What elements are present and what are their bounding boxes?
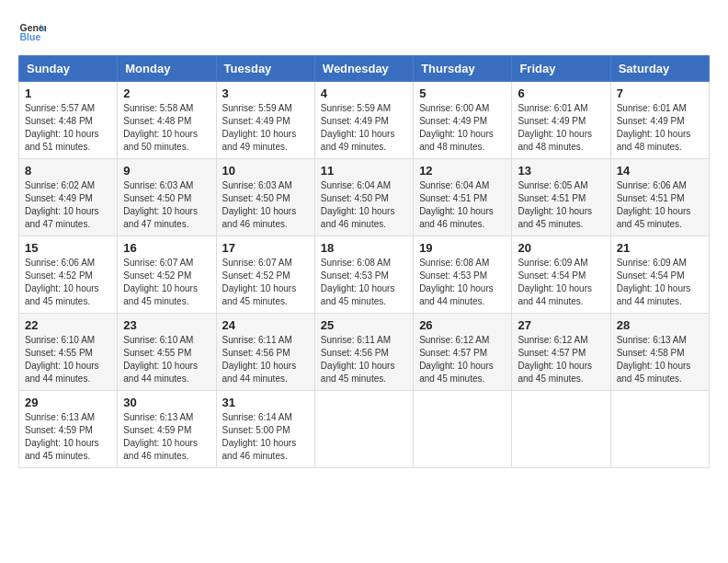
- day-info: Sunrise: 6:06 AMSunset: 4:51 PMDaylight:…: [617, 179, 703, 231]
- day-number: 1: [25, 86, 111, 100]
- svg-text:Blue: Blue: [20, 31, 41, 42]
- day-number: 26: [419, 318, 506, 332]
- empty-cell: [314, 391, 413, 468]
- day-cell-15: 15Sunrise: 6:06 AMSunset: 4:52 PMDayligh…: [19, 236, 118, 314]
- day-info: Sunrise: 5:59 AMSunset: 4:49 PMDaylight:…: [321, 102, 407, 154]
- header-tuesday: Tuesday: [216, 56, 314, 82]
- day-info: Sunrise: 6:07 AMSunset: 4:52 PMDaylight:…: [123, 257, 210, 308]
- day-info: Sunrise: 6:04 AMSunset: 4:50 PMDaylight:…: [321, 179, 407, 231]
- day-cell-12: 12Sunrise: 6:04 AMSunset: 4:51 PMDayligh…: [414, 159, 512, 236]
- day-info: Sunrise: 6:12 AMSunset: 4:57 PMDaylight:…: [419, 334, 506, 385]
- day-number: 22: [25, 318, 111, 332]
- day-cell-5: 5Sunrise: 6:00 AMSunset: 4:49 PMDaylight…: [414, 82, 512, 159]
- day-number: 17: [222, 241, 309, 255]
- day-info: Sunrise: 5:57 AMSunset: 4:48 PMDaylight:…: [25, 102, 111, 154]
- day-info: Sunrise: 6:13 AMSunset: 4:58 PMDaylight:…: [617, 334, 703, 385]
- day-cell-20: 20Sunrise: 6:09 AMSunset: 4:54 PMDayligh…: [512, 236, 610, 314]
- day-number: 24: [222, 318, 309, 332]
- day-number: 7: [617, 86, 703, 100]
- day-number: 18: [321, 241, 407, 255]
- header-saturday: Saturday: [610, 56, 709, 82]
- day-cell-7: 7Sunrise: 6:01 AMSunset: 4:49 PMDaylight…: [610, 82, 709, 159]
- day-info: Sunrise: 5:58 AMSunset: 4:48 PMDaylight:…: [123, 102, 210, 154]
- day-number: 15: [25, 241, 111, 255]
- day-info: Sunrise: 6:08 AMSunset: 4:53 PMDaylight:…: [419, 257, 506, 308]
- day-number: 28: [617, 318, 703, 332]
- day-info: Sunrise: 6:12 AMSunset: 4:57 PMDaylight:…: [518, 334, 604, 385]
- day-number: 23: [123, 318, 210, 332]
- day-cell-11: 11Sunrise: 6:04 AMSunset: 4:50 PMDayligh…: [314, 159, 413, 236]
- day-cell-6: 6Sunrise: 6:01 AMSunset: 4:49 PMDaylight…: [512, 82, 610, 159]
- day-cell-2: 2Sunrise: 5:58 AMSunset: 4:48 PMDaylight…: [118, 82, 216, 159]
- calendar-week-2: 8Sunrise: 6:02 AMSunset: 4:49 PMDaylight…: [19, 159, 710, 236]
- calendar-week-5: 29Sunrise: 6:13 AMSunset: 4:59 PMDayligh…: [19, 391, 710, 468]
- header-sunday: Sunday: [19, 56, 118, 82]
- day-number: 19: [419, 241, 506, 255]
- day-cell-13: 13Sunrise: 6:05 AMSunset: 4:51 PMDayligh…: [512, 159, 610, 236]
- calendar-table: SundayMondayTuesdayWednesdayThursdayFrid…: [18, 55, 710, 468]
- day-cell-8: 8Sunrise: 6:02 AMSunset: 4:49 PMDaylight…: [19, 159, 118, 236]
- header-thursday: Thursday: [414, 56, 512, 82]
- header-monday: Monday: [118, 56, 216, 82]
- day-number: 4: [321, 86, 407, 100]
- day-number: 14: [617, 164, 703, 178]
- day-cell-25: 25Sunrise: 6:11 AMSunset: 4:56 PMDayligh…: [314, 314, 413, 391]
- day-info: Sunrise: 6:00 AMSunset: 4:49 PMDaylight:…: [419, 102, 506, 154]
- empty-cell: [512, 391, 610, 468]
- day-number: 9: [123, 164, 210, 178]
- calendar-week-4: 22Sunrise: 6:10 AMSunset: 4:55 PMDayligh…: [19, 314, 710, 391]
- day-number: 20: [518, 241, 604, 255]
- day-info: Sunrise: 6:10 AMSunset: 4:55 PMDaylight:…: [123, 334, 210, 385]
- day-cell-9: 9Sunrise: 6:03 AMSunset: 4:50 PMDaylight…: [118, 159, 216, 236]
- day-cell-19: 19Sunrise: 6:08 AMSunset: 4:53 PMDayligh…: [414, 236, 512, 314]
- day-cell-26: 26Sunrise: 6:12 AMSunset: 4:57 PMDayligh…: [414, 314, 512, 391]
- page-header: General Blue: [18, 18, 710, 46]
- logo-icon: General Blue: [18, 18, 46, 46]
- day-info: Sunrise: 6:08 AMSunset: 4:53 PMDaylight:…: [321, 257, 407, 308]
- day-cell-28: 28Sunrise: 6:13 AMSunset: 4:58 PMDayligh…: [610, 314, 709, 391]
- empty-cell: [610, 391, 709, 468]
- day-cell-21: 21Sunrise: 6:09 AMSunset: 4:54 PMDayligh…: [610, 236, 709, 314]
- day-number: 2: [123, 86, 210, 100]
- calendar-header-row: SundayMondayTuesdayWednesdayThursdayFrid…: [19, 56, 710, 82]
- day-number: 21: [617, 241, 703, 255]
- day-cell-24: 24Sunrise: 6:11 AMSunset: 4:56 PMDayligh…: [216, 314, 314, 391]
- day-cell-3: 3Sunrise: 5:59 AMSunset: 4:49 PMDaylight…: [216, 82, 314, 159]
- day-cell-29: 29Sunrise: 6:13 AMSunset: 4:59 PMDayligh…: [19, 391, 118, 468]
- day-number: 12: [419, 164, 506, 178]
- day-number: 10: [222, 164, 309, 178]
- day-info: Sunrise: 6:14 AMSunset: 5:00 PMDaylight:…: [222, 411, 309, 463]
- day-number: 29: [25, 396, 111, 409]
- day-number: 3: [222, 86, 309, 100]
- header-wednesday: Wednesday: [314, 56, 413, 82]
- day-info: Sunrise: 6:06 AMSunset: 4:52 PMDaylight:…: [25, 257, 111, 308]
- day-info: Sunrise: 6:07 AMSunset: 4:52 PMDaylight:…: [222, 257, 309, 308]
- day-number: 31: [222, 396, 309, 409]
- day-number: 6: [518, 86, 604, 100]
- day-info: Sunrise: 6:11 AMSunset: 4:56 PMDaylight:…: [222, 334, 309, 385]
- day-info: Sunrise: 6:04 AMSunset: 4:51 PMDaylight:…: [419, 179, 506, 231]
- day-cell-1: 1Sunrise: 5:57 AMSunset: 4:48 PMDaylight…: [19, 82, 118, 159]
- day-cell-4: 4Sunrise: 5:59 AMSunset: 4:49 PMDaylight…: [314, 82, 413, 159]
- day-info: Sunrise: 6:11 AMSunset: 4:56 PMDaylight:…: [321, 334, 407, 385]
- day-info: Sunrise: 6:13 AMSunset: 4:59 PMDaylight:…: [25, 411, 111, 463]
- day-cell-31: 31Sunrise: 6:14 AMSunset: 5:00 PMDayligh…: [216, 391, 314, 468]
- day-info: Sunrise: 6:09 AMSunset: 4:54 PMDaylight:…: [617, 257, 703, 308]
- day-cell-30: 30Sunrise: 6:13 AMSunset: 4:59 PMDayligh…: [118, 391, 216, 468]
- day-info: Sunrise: 6:01 AMSunset: 4:49 PMDaylight:…: [617, 102, 703, 154]
- day-info: Sunrise: 6:01 AMSunset: 4:49 PMDaylight:…: [518, 102, 604, 154]
- day-cell-22: 22Sunrise: 6:10 AMSunset: 4:55 PMDayligh…: [19, 314, 118, 391]
- day-number: 16: [123, 241, 210, 255]
- day-info: Sunrise: 6:03 AMSunset: 4:50 PMDaylight:…: [222, 179, 309, 231]
- day-number: 13: [518, 164, 604, 178]
- day-info: Sunrise: 6:05 AMSunset: 4:51 PMDaylight:…: [518, 179, 604, 231]
- header-friday: Friday: [512, 56, 610, 82]
- day-cell-10: 10Sunrise: 6:03 AMSunset: 4:50 PMDayligh…: [216, 159, 314, 236]
- day-number: 5: [419, 86, 506, 100]
- calendar-week-3: 15Sunrise: 6:06 AMSunset: 4:52 PMDayligh…: [19, 236, 710, 314]
- day-info: Sunrise: 6:03 AMSunset: 4:50 PMDaylight:…: [123, 179, 210, 231]
- day-number: 27: [518, 318, 604, 332]
- day-number: 25: [321, 318, 407, 332]
- day-cell-23: 23Sunrise: 6:10 AMSunset: 4:55 PMDayligh…: [118, 314, 216, 391]
- day-info: Sunrise: 6:10 AMSunset: 4:55 PMDaylight:…: [25, 334, 111, 385]
